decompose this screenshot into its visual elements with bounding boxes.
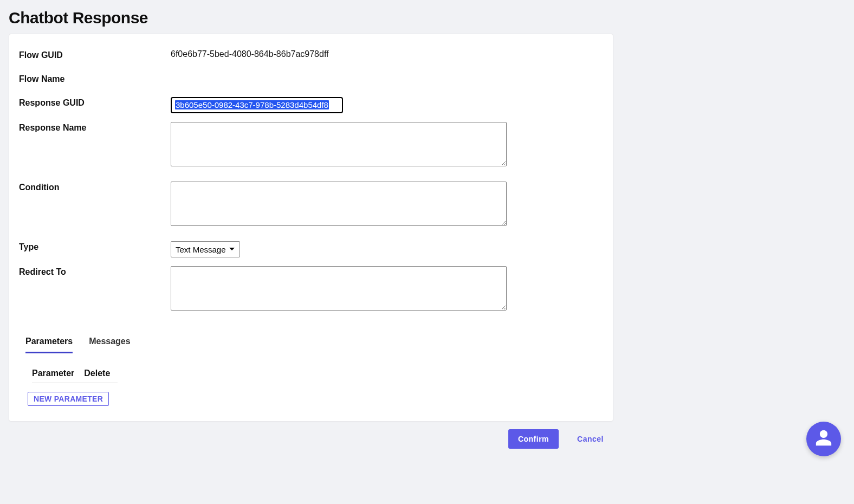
flow-name-label: Flow Name [19,73,171,84]
cancel-button[interactable]: Cancel [570,429,611,449]
confirm-button[interactable]: Confirm [508,429,559,449]
response-guid-label: Response GUID [19,97,171,108]
new-parameter-button[interactable]: New Parameter [28,392,109,406]
tabs: Parameters Messages [25,333,603,353]
condition-input[interactable] [171,182,507,226]
response-name-label: Response Name [19,122,171,133]
flow-guid-label: Flow GUID [19,49,171,60]
tab-messages[interactable]: Messages [89,333,131,353]
page-title: Chatbot Response [9,9,845,34]
type-select[interactable]: Text Message [171,241,240,257]
parameters-table-header: Parameter Delete [32,369,118,383]
tab-parameters[interactable]: Parameters [25,333,73,353]
type-label: Type [19,241,171,252]
parameters-col-delete: Delete [84,369,110,378]
response-guid-input[interactable]: 3b605e50-0982-43c7-978b-5283d4b54df8 [171,97,343,113]
parameters-col-parameter: Parameter [32,369,74,378]
redirect-to-label: Redirect To [19,266,171,277]
response-form-card: Flow GUID 6f0e6b77-5bed-4080-864b-86b7ac… [9,34,613,422]
profile-fab[interactable] [806,422,841,456]
redirect-to-input[interactable] [171,266,507,311]
person-icon [814,429,833,449]
flow-guid-value: 6f0e6b77-5bed-4080-864b-86b7ac978dff [171,49,329,59]
condition-label: Condition [19,182,171,192]
response-guid-selected-text: 3b605e50-0982-43c7-978b-5283d4b54df8 [175,100,329,109]
action-bar: Confirm Cancel [9,422,613,449]
response-name-input[interactable] [171,122,507,166]
